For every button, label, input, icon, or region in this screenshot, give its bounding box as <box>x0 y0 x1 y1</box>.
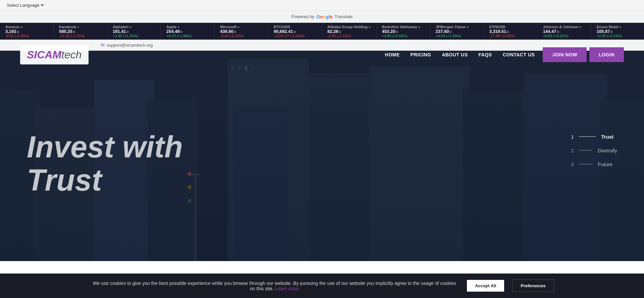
svg-rect-11 <box>523 73 607 261</box>
ticker-bar: Amazon▼3,192D-8.92 (-0.28%)Facebook▼585.… <box>0 23 644 40</box>
ticker-change: -1,547.67 (-1.59%) <box>274 34 316 38</box>
nav-pricing[interactable]: PRICING <box>411 52 431 57</box>
nav-links: HOME PRICING ABOUT US FAQS CONTACT US <box>385 52 535 57</box>
ticker-name: Mircosoft▼ <box>220 25 240 29</box>
slide-num-2: 2 <box>567 148 574 153</box>
ticker-name: Facebook▼ <box>59 25 79 29</box>
ticker-item: Mircosoft▼436.60D-0.43 (-0.10%) <box>215 23 268 39</box>
nav-contact[interactable]: CONTACT US <box>503 52 535 57</box>
ticker-item: ETH/USD3,319.51D-17.88 (-0.54%) <box>484 23 538 39</box>
join-now-button[interactable]: JOIN NOW <box>543 47 587 62</box>
logo-cam: CAM <box>37 49 61 61</box>
ticker-name: ETH/USD <box>489 25 505 29</box>
ticker-name: Alphabet▼ <box>113 25 132 29</box>
ticker-change: -0.43 (-0.10%) <box>220 34 263 38</box>
ticker-price: 585.25D <box>59 29 102 34</box>
slide-label-1: Trust <box>601 134 613 140</box>
ticker-price: 105.87D <box>597 29 639 34</box>
translate-bar: Powered by Google Translate <box>0 11 644 23</box>
ticker-change: +4.64 (+1.99%) <box>436 34 478 38</box>
ticker-item: Facebook▼585.25D-10.32 (-1.73%) <box>54 23 107 39</box>
ticker-price: 237.60D <box>436 29 478 34</box>
ticker-price: 453.20D <box>382 29 425 34</box>
logo: SICAMtech <box>20 45 89 64</box>
nav-home[interactable]: HOME <box>385 52 400 57</box>
ticker-name: Johnson & Johnson▼ <box>543 25 582 29</box>
ticker-change: +0.89 (+0.62%) <box>543 34 586 38</box>
ticker-item: Alibaba Group Holding▼82.28D-2.03 (-2.41… <box>322 23 377 39</box>
hero-headline-line2: Trust <box>27 164 183 197</box>
ticker-price: 436.60D <box>220 29 263 34</box>
ticker-item: Alphabet▼191.41D+2.90 (+1.54%) <box>107 23 161 39</box>
powered-by-text: Powered by <box>291 14 315 19</box>
svg-rect-12 <box>600 100 644 261</box>
language-bar: Select Language English Spanish French G… <box>0 0 644 11</box>
svg-rect-3 <box>309 73 369 261</box>
ticker-item: BTC/USD95,682.41D-1,547.67 (-1.59%) <box>268 23 322 39</box>
logo-tech: tech <box>61 49 82 61</box>
ticker-item: Apple▼254.49D+4.70 (+1.88%) <box>161 23 215 39</box>
ticker-name: Berkshire Hathaway▼ <box>382 25 421 29</box>
slide-line-1 <box>579 137 596 137</box>
ticker-item: Amazon▼3,192D-8.92 (-0.28%) <box>0 23 54 39</box>
ticker-wrapper: Amazon▼3,192D-8.92 (-0.28%)Facebook▼585.… <box>0 23 644 39</box>
ticker-price: 95,682.41D <box>274 29 316 34</box>
logo-box: SICAMtech <box>20 45 89 64</box>
svg-rect-4 <box>235 107 288 261</box>
svg-point-20 <box>187 185 192 189</box>
ticker-price: 3,192D <box>5 29 48 34</box>
ticker-item: Johnson & Johnson▼144.47D+0.89 (+0.62%) <box>538 23 591 39</box>
google-logo: Google <box>316 14 332 19</box>
svg-point-21 <box>187 199 192 203</box>
ticker-change: -8.92 (-0.28%) <box>5 34 48 38</box>
svg-point-19 <box>187 172 192 176</box>
ticker-name: BTC/USD <box>274 25 290 29</box>
slide-item-2[interactable]: 2 Diversify <box>567 148 617 153</box>
ticker-name: Alibaba Group Holding▼ <box>327 25 371 29</box>
slide-num-3: 3 <box>567 161 574 167</box>
slide-item-3[interactable]: 3 Future <box>567 161 617 167</box>
ticker-price: 82.28D <box>327 29 371 34</box>
ticker-change: +3.86 (+0.86%) <box>382 34 425 38</box>
ticker-item: JPMorgan Chase▼237.60D+4.64 (+1.99%) <box>430 23 484 39</box>
navbar: SICAMtech HOME PRICING ABOUT US FAQS CON… <box>0 40 644 70</box>
ticker-price: 191.41D <box>113 29 155 34</box>
ticker-change: -10.32 (-1.73%) <box>59 34 102 38</box>
logo-si: SI <box>27 49 37 61</box>
slide-indicators: 1 Trust 2 Diversify 3 Future <box>567 134 617 167</box>
ticker-change: +0.36 (+0.34%) <box>597 34 639 38</box>
ticker-name: JPMorgan Chase▼ <box>436 25 469 29</box>
ticker-change: +4.70 (+1.88%) <box>166 34 209 38</box>
ticker-change: -17.88 (-0.54%) <box>489 34 532 38</box>
nav-about[interactable]: ABOUT US <box>442 52 468 57</box>
svg-rect-9 <box>369 66 470 261</box>
slide-num-1: 1 <box>567 134 574 139</box>
svg-rect-17 <box>195 174 196 261</box>
hero-section: SICAMtech HOME PRICING ABOUT US FAQS CON… <box>0 40 644 261</box>
ticker-item: Berkshire Hathaway▼453.20D+3.86 (+0.86%) <box>377 23 430 39</box>
ticker-price: 3,319.51D <box>489 29 532 34</box>
ticker-item: Exxon Mobil▼105.87D+0.36 (+0.34%) <box>591 23 644 39</box>
ticker-change: +2.90 (+1.54%) <box>113 34 155 38</box>
hero-text: Invest with Trust <box>27 131 183 197</box>
slide-line-3 <box>579 164 592 164</box>
hero-headline-line1: Invest with <box>27 131 183 164</box>
ticker-content: Amazon▼3,192D-8.92 (-0.28%)Facebook▼585.… <box>0 23 644 39</box>
ticker-name: Apple▼ <box>166 25 180 29</box>
hero-headline: Invest with Trust <box>27 131 183 197</box>
svg-rect-10 <box>463 90 530 261</box>
login-button[interactable]: LOGIN <box>589 47 624 62</box>
slide-label-3: Future <box>598 161 612 167</box>
language-select[interactable]: Select Language English Spanish French G… <box>5 2 45 8</box>
slide-label-2: Diversify <box>598 148 617 153</box>
nav-faqs[interactable]: FAQS <box>479 52 492 57</box>
ticker-price: 254.49D <box>166 29 209 34</box>
translate-text: Translate <box>335 14 353 19</box>
slide-line-2 <box>579 150 592 151</box>
ticker-name: Exxon Mobil▼ <box>597 25 622 29</box>
slide-item-1[interactable]: 1 Trust <box>567 134 617 140</box>
ticker-price: 144.47D <box>543 29 586 34</box>
ticker-name: Amazon▼ <box>5 25 23 29</box>
ticker-change: -2.03 (-2.41%) <box>327 34 371 38</box>
